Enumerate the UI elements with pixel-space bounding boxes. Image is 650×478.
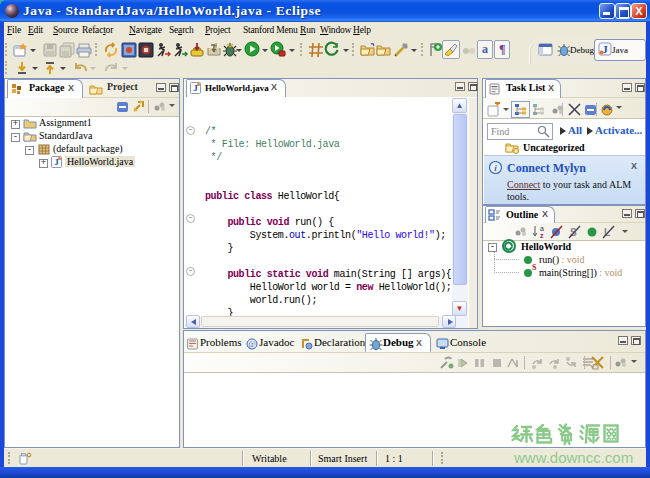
svg-text:z: z [540, 232, 544, 239]
svg-text:a: a [540, 225, 544, 232]
svg-text:@: @ [248, 340, 255, 349]
